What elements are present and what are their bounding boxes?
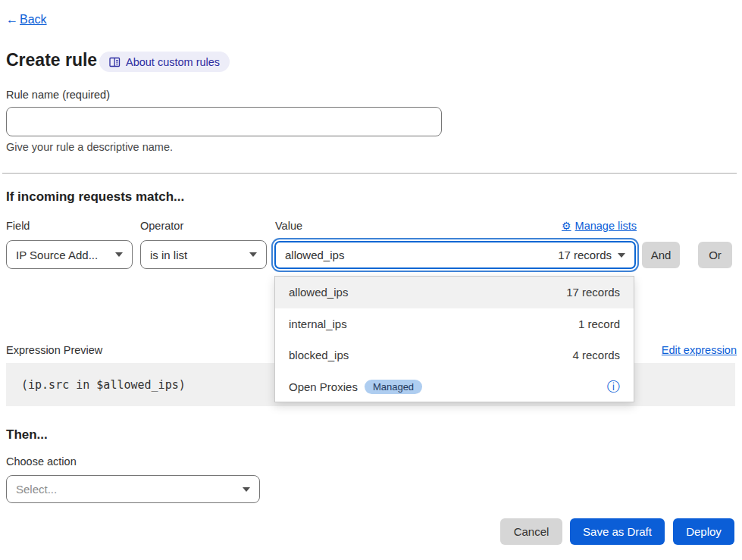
list-option-record-count: 1 record <box>578 318 620 330</box>
action-select-placeholder: Select... <box>16 483 57 496</box>
operator-select[interactable]: is in list <box>140 240 267 269</box>
value-select[interactable]: allowed_ips 17 records <box>274 241 636 269</box>
info-icon[interactable]: ⓘ <box>607 380 620 393</box>
manage-lists-link[interactable]: ⚙ Manage lists <box>562 220 637 232</box>
operator-label: Operator <box>140 220 183 232</box>
chevron-down-icon <box>618 253 625 258</box>
field-select[interactable]: IP Source Add... <box>6 240 133 269</box>
create-rule-page: ←Back Create rule About custom rules Rul… <box>0 0 742 560</box>
list-option-open-proxies[interactable]: Open Proxies Managed ⓘ <box>275 371 634 403</box>
expression-preview-label: Expression Preview <box>6 344 102 356</box>
rule-name-label: Rule name (required) <box>6 89 110 101</box>
list-option-record-count: 17 records <box>566 286 620 299</box>
or-button[interactable]: Or <box>698 242 732 268</box>
rule-name-helper-text: Give your rule a descriptive name. <box>6 141 173 153</box>
value-label: Value <box>275 220 302 232</box>
choose-action-label: Choose action <box>6 455 77 468</box>
action-select[interactable]: Select... <box>6 475 260 503</box>
list-option-name: Open Proxies <box>289 380 358 393</box>
list-option-internal-ips[interactable]: internal_ips 1 record <box>275 308 634 340</box>
list-option-allowed-ips[interactable]: allowed_ips 17 records <box>275 277 634 308</box>
list-option-record-count: 4 records <box>572 349 620 361</box>
back-link-label: Back <box>20 13 47 26</box>
gear-icon: ⚙ <box>562 220 571 232</box>
and-button[interactable]: And <box>642 242 680 268</box>
value-select-value: allowed_ips <box>285 249 344 261</box>
list-option-name: allowed_ips <box>289 286 348 299</box>
chevron-down-icon <box>249 252 257 257</box>
rule-name-input[interactable] <box>6 107 442 136</box>
value-select-record-count: 17 records <box>558 249 612 261</box>
field-label: Field <box>6 220 30 232</box>
then-section-heading: Then... <box>6 427 48 443</box>
back-arrow-icon: ← <box>6 13 18 27</box>
expression-code: (ip.src in $allowed_ips) <box>21 378 186 392</box>
list-dropdown-panel: allowed_ips 17 records internal_ips 1 re… <box>274 276 634 402</box>
list-option-name: blocked_ips <box>289 349 349 361</box>
chevron-down-icon <box>115 252 123 257</box>
list-option-blocked-ips[interactable]: blocked_ips 4 records <box>275 339 634 371</box>
section-divider <box>2 173 737 174</box>
field-select-value: IP Source Add... <box>16 249 98 261</box>
about-custom-rules-label: About custom rules <box>126 56 220 68</box>
back-link[interactable]: ←Back <box>6 13 47 27</box>
save-as-draft-button[interactable]: Save as Draft <box>570 518 665 545</box>
edit-expression-link[interactable]: Edit expression <box>662 344 737 356</box>
cancel-button[interactable]: Cancel <box>500 518 562 545</box>
page-title: Create rule <box>6 50 97 70</box>
operator-select-value: is in list <box>150 249 187 261</box>
book-icon <box>109 57 121 67</box>
match-section-heading: If incoming requests match... <box>6 189 184 205</box>
manage-lists-label: Manage lists <box>575 220 637 232</box>
managed-badge: Managed <box>365 380 422 394</box>
deploy-button[interactable]: Deploy <box>673 518 734 545</box>
list-option-name: internal_ips <box>289 318 347 330</box>
about-custom-rules-link[interactable]: About custom rules <box>99 52 230 72</box>
chevron-down-icon <box>243 487 250 492</box>
